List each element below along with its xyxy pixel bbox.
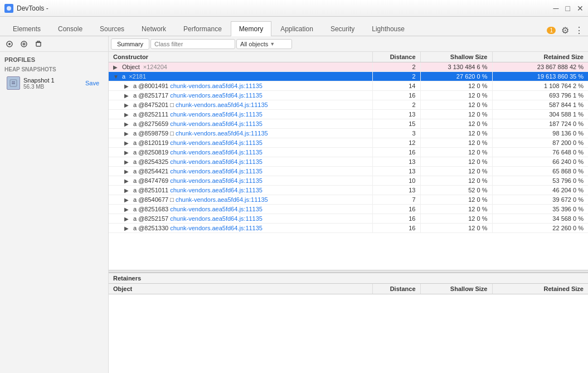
distance-cell: 16 [372,214,420,224]
minimize-button[interactable]: ─ [553,4,559,13]
expand-arrow-icon[interactable]: ▶ [124,102,131,108]
constructor-header: Constructor [109,52,372,62]
expand-arrow-icon[interactable]: ▶ [124,187,131,193]
retained-size-cell: 35 396 0 % [492,205,588,214]
tab-elements[interactable]: Elements [4,21,49,36]
source-link[interactable]: chunk-vendors.aea5fd64.js:11135 [170,92,263,99]
source-link[interactable]: chunk-vendors.aea5fd64.js:11135 [176,130,268,137]
settings-button[interactable]: ⚙ [561,25,569,36]
distance-cell: 2 [372,100,420,110]
expand-arrow-icon[interactable]: ▶ [124,83,131,89]
table-row[interactable]: ▶a @8252157 chunk-vendors.aea5fd64.js:11… [109,214,588,224]
sidebar-toolbar [0,36,108,52]
expand-arrow-icon[interactable]: ▶ [124,121,131,127]
constructor-name: a @8254325 chunk-vendors.aea5fd64.js:111… [133,158,263,165]
expand-arrow-icon[interactable]: ▶ [124,197,131,203]
tab-network[interactable]: Network [133,21,174,36]
more-button[interactable]: ⋮ [575,25,584,36]
snapshot-item[interactable]: Snapshot 1 56.3 MB Save [2,74,106,92]
table-row[interactable]: ▼a×2181227 620 0 %19 613 860 35 % [109,72,588,81]
expand-arrow-icon[interactable]: ▶ [124,112,131,118]
retained-size-cell: 53 796 0 % [492,176,588,186]
table-row[interactable]: ▶a @8252111 chunk-vendors.aea5fd64.js:11… [109,110,588,119]
maximize-button[interactable]: □ [566,4,570,13]
tab-console[interactable]: Console [50,21,91,36]
retained-size-cell: 187 724 0 % [492,119,588,129]
expand-arrow-icon[interactable]: ▶ [124,225,131,231]
constructor-name: a @8475201 □ chunk-vendors.aea5fd64.js:1… [133,101,268,108]
summary-view-button[interactable]: Summary [111,38,149,50]
table-row[interactable]: ▶a @8254325 chunk-vendors.aea5fd64.js:11… [109,157,588,167]
table-row[interactable]: ▶Object×12420423 130 484 6 %23 867 888 4… [109,62,588,72]
table-row[interactable]: ▶a @8540677 □ chunk-vendors.aea5fd64.js:… [109,195,588,205]
table-row[interactable]: ▶a @8251683 chunk-vendors.aea5fd64.js:11… [109,205,588,214]
source-link[interactable]: chunk-vendors.aea5fd64.js:11135 [170,111,263,118]
shallow-size-cell: 12 0 % [420,148,492,157]
expand-arrow-icon[interactable]: ▶ [124,216,131,222]
table-row[interactable]: ▶a @8001491 chunk-vendors.aea5fd64.js:11… [109,81,588,91]
source-link[interactable]: chunk-vendors.aea5fd64.js:11135 [170,225,263,231]
table-row[interactable]: ▶a @8275659 chunk-vendors.aea5fd64.js:11… [109,119,588,129]
retained-size-cell: 66 240 0 % [492,157,588,167]
shallow-size-cell: 12 0 % [420,214,492,224]
tab-application[interactable]: Application [272,21,322,36]
source-link[interactable]: chunk-vendors.aea5fd64.js:11135 [170,206,263,212]
expand-arrow-icon[interactable]: ▶ [124,140,131,146]
start-profiling-button[interactable] [18,38,30,50]
expand-arrow-icon[interactable]: ▶ [124,168,131,175]
source-link[interactable]: chunk-vendors.aea5fd64.js:11135 [170,139,263,146]
tab-performance[interactable]: Performance [175,21,230,36]
expand-arrow-icon[interactable]: ▶ [113,64,120,70]
table-row[interactable]: ▶a @8251330 chunk-vendors.aea5fd64.js:11… [109,224,588,233]
upper-table[interactable]: Constructor Distance Shallow Size Retain… [109,52,588,270]
table-row[interactable]: ▶a @8251717 chunk-vendors.aea5fd64.js:11… [109,91,588,100]
source-link[interactable]: chunk-vendors.aea5fd64.js:11135 [170,149,263,156]
table-row[interactable]: ▶a @8250819 chunk-vendors.aea5fd64.js:11… [109,148,588,157]
table-row[interactable]: ▶a @8254421 chunk-vendors.aea5fd64.js:11… [109,167,588,176]
expand-arrow-icon[interactable]: ▶ [124,93,131,99]
source-link[interactable]: chunk-vendors.aea5fd64.js:11135 [170,158,263,165]
snapshot-name: Snapshot 1 [23,77,83,84]
source-link[interactable]: chunk-vendors.aea5fd64.js:11135 [170,120,263,127]
class-filter-input[interactable] [150,39,235,49]
content-area: Summary All objects ▼ Constructor Distan… [109,36,588,373]
tab-security[interactable]: Security [322,21,363,36]
expand-arrow-icon[interactable]: ▶ [124,130,131,137]
tab-memory[interactable]: Memory [231,21,271,36]
source-link[interactable]: chunk-vendors.aea5fd64.js:11135 [170,187,263,193]
lower-table[interactable]: Retainers Object Distance Shallow Size R… [109,273,588,373]
source-link[interactable]: chunk-vendors.aea5fd64.js:11135 [170,215,263,222]
close-button[interactable]: ✕ [577,4,584,13]
expand-arrow-icon[interactable]: ▶ [124,178,131,184]
source-link[interactable]: chunk-vendors.aea5fd64.js:11135 [176,101,268,108]
tab-sources[interactable]: Sources [91,21,133,36]
all-objects-dropdown[interactable]: All objects ▼ [236,39,292,49]
take-snapshot-button[interactable] [3,38,16,50]
source-link[interactable]: chunk-vendors.aea5fd64.js:11135 [170,83,263,89]
shallow-size-cell: 27 620 0 % [420,72,492,81]
sidebar: Profiles HEAP SNAPSHOTS Snapshot 1 56.3 … [0,36,109,373]
expand-arrow-icon[interactable]: ▶ [124,206,131,212]
heap-snapshots-title: HEAP SNAPSHOTS [0,65,108,74]
table-row[interactable]: ▶a @8120119 chunk-vendors.aea5fd64.js:11… [109,138,588,148]
shallow-size-cell: 12 0 % [420,81,492,91]
constructor-name: a @8252111 chunk-vendors.aea5fd64.js:111… [133,111,263,118]
expand-arrow-icon[interactable]: ▼ [113,74,120,80]
source-link[interactable]: chunk-vendors.aea5fd64.js:11135 [176,196,268,203]
constructor-name: a @8250819 chunk-vendors.aea5fd64.js:111… [133,149,263,156]
distance-cell: 2 [372,62,420,72]
table-row[interactable]: ▶a @8251011 chunk-vendors.aea5fd64.js:11… [109,186,588,195]
source-link[interactable]: chunk-vendors.aea5fd64.js:11135 [170,177,263,184]
constructor-name: a @8120119 chunk-vendors.aea5fd64.js:111… [133,139,263,146]
table-row[interactable]: ▶a @8598759 □ chunk-vendors.aea5fd64.js:… [109,129,588,138]
source-link[interactable]: chunk-vendors.aea5fd64.js:11135 [170,168,263,175]
distance-cell: 13 [372,186,420,195]
expand-arrow-icon[interactable]: ▶ [124,149,131,156]
table-row[interactable]: ▶a @8475201 □ chunk-vendors.aea5fd64.js:… [109,100,588,110]
tab-lighthouse[interactable]: Lighthouse [363,21,413,36]
clear-button[interactable] [32,38,45,50]
save-snapshot-button[interactable]: Save [83,79,101,88]
snapshot-info: Snapshot 1 56.3 MB [23,77,83,90]
table-row[interactable]: ▶a @8474769 chunk-vendors.aea5fd64.js:11… [109,176,588,186]
expand-arrow-icon[interactable]: ▶ [124,159,131,165]
